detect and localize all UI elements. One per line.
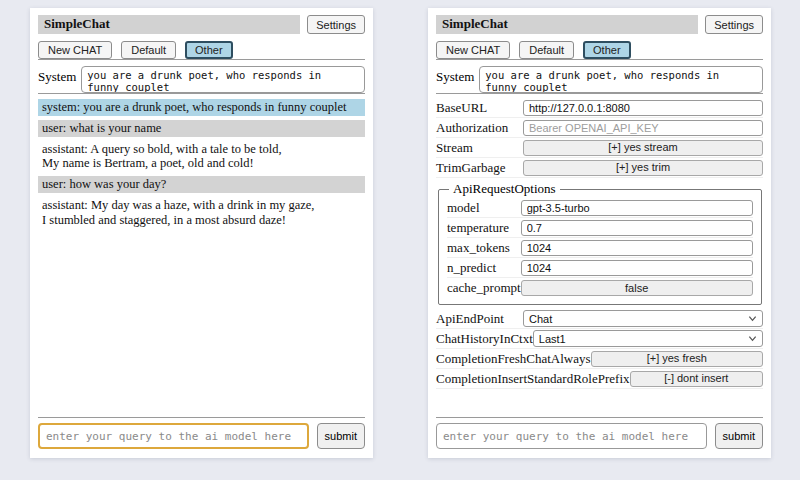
- setting-row-temperature: temperature: [447, 218, 753, 238]
- query-row: submit: [436, 423, 763, 449]
- divider: [38, 59, 365, 60]
- session-button-other[interactable]: Other: [583, 41, 631, 59]
- chevron-down-icon: [748, 334, 757, 343]
- stream-label: Stream: [436, 140, 523, 156]
- setting-row-chat-history-in-ctxt: ChatHistoryInCtxt Last1: [436, 329, 763, 349]
- session-button-default[interactable]: Default: [121, 41, 176, 59]
- app-title: SimpleChat: [436, 15, 698, 34]
- query-input[interactable]: [436, 423, 707, 449]
- setting-row-max-tokens: max_tokens: [447, 238, 753, 258]
- system-prompt-input[interactable]: you are a drunk poet, who responds in fu…: [479, 66, 763, 93]
- stream-toggle-button[interactable]: [+] yes stream: [523, 140, 763, 156]
- setting-row-baseurl: BaseURL: [436, 98, 763, 118]
- chat-log[interactable]: system: you are a drunk poet, who respon…: [38, 99, 365, 417]
- divider: [436, 93, 763, 94]
- system-prompt-row: System you are a drunk poet, who respond…: [436, 66, 763, 93]
- settings-button[interactable]: Settings: [307, 15, 365, 34]
- model-label: model: [447, 200, 521, 216]
- authorization-label: Authorization: [436, 120, 523, 136]
- chat-message-assistant: assistant: A query so bold, with a tale …: [38, 141, 365, 173]
- query-input[interactable]: [38, 423, 309, 449]
- max-tokens-label: max_tokens: [447, 240, 521, 256]
- setting-row-n-predict: n_predict: [447, 258, 753, 278]
- session-button-default[interactable]: Default: [519, 41, 574, 59]
- cache-prompt-toggle-button[interactable]: false: [521, 280, 753, 296]
- divider: [38, 417, 365, 418]
- setting-row-completion-insert-standard-role-prefix: CompletionInsertStandardRolePrefix [-] d…: [436, 369, 763, 389]
- n-predict-input[interactable]: [521, 260, 753, 276]
- header: SimpleChat Settings: [436, 15, 763, 34]
- system-label: System: [38, 66, 76, 85]
- session-buttons-row: New CHAT Default Other: [38, 41, 365, 59]
- cache-prompt-label: cache_prompt: [447, 280, 521, 296]
- setting-row-stream: Stream [+] yes stream: [436, 138, 763, 158]
- divider: [436, 59, 763, 60]
- header: SimpleChat Settings: [38, 15, 365, 34]
- api-endpoint-select[interactable]: Chat: [523, 310, 763, 327]
- divider: [436, 417, 763, 418]
- chat-message-user: user: what is your name: [38, 120, 365, 137]
- trimgarbage-toggle-button[interactable]: [+] yes trim: [523, 160, 763, 176]
- setting-row-trimgarbage: TrimGarbage [+] yes trim: [436, 158, 763, 178]
- api-request-options-fieldset: ApiRequestOptions model temperature max_…: [438, 181, 762, 305]
- setting-row-cache-prompt: cache_prompt false: [447, 278, 753, 298]
- temperature-label: temperature: [447, 220, 521, 236]
- new-chat-button[interactable]: New CHAT: [436, 41, 510, 59]
- baseurl-input[interactable]: [523, 100, 763, 116]
- completion-insert-standard-role-prefix-label: CompletionInsertStandardRolePrefix: [436, 371, 630, 387]
- completion-fresh-chat-always-label: CompletionFreshChatAlways: [436, 351, 591, 367]
- setting-row-completion-fresh-chat-always: CompletionFreshChatAlways [+] yes fresh: [436, 349, 763, 369]
- chat-panel: SimpleChat Settings New CHAT Default Oth…: [30, 8, 373, 458]
- query-row: submit: [38, 423, 365, 449]
- setting-row-api-endpoint: ApiEndPoint Chat: [436, 309, 763, 329]
- system-label: System: [436, 66, 474, 85]
- chat-message-user: user: how was your day?: [38, 176, 365, 193]
- api-endpoint-selected-value: Chat: [529, 313, 748, 325]
- api-request-options-legend: ApiRequestOptions: [449, 181, 560, 197]
- setting-row-authorization: Authorization: [436, 118, 763, 138]
- trimgarbage-label: TrimGarbage: [436, 160, 523, 176]
- chat-history-selected-value: Last1: [539, 333, 748, 345]
- temperature-input[interactable]: [521, 220, 753, 236]
- settings-panel: SimpleChat Settings New CHAT Default Oth…: [428, 8, 771, 458]
- completion-insert-standard-role-prefix-toggle-button[interactable]: [-] dont insert: [630, 371, 763, 387]
- system-prompt-input[interactable]: you are a drunk poet, who responds in fu…: [81, 66, 365, 93]
- new-chat-button[interactable]: New CHAT: [38, 41, 112, 59]
- divider: [38, 93, 365, 94]
- settings-button[interactable]: Settings: [705, 15, 763, 34]
- authorization-input[interactable]: [523, 120, 763, 136]
- session-button-other[interactable]: Other: [185, 41, 233, 59]
- chat-message-system: system: you are a drunk poet, who respon…: [38, 99, 365, 116]
- max-tokens-input[interactable]: [521, 240, 753, 256]
- completion-fresh-chat-always-toggle-button[interactable]: [+] yes fresh: [591, 351, 763, 367]
- setting-row-model: model: [447, 198, 753, 218]
- chat-history-in-ctxt-select[interactable]: Last1: [533, 330, 763, 347]
- chat-message-assistant: assistant: My day was a haze, with a dri…: [38, 197, 365, 229]
- session-buttons-row: New CHAT Default Other: [436, 41, 763, 59]
- n-predict-label: n_predict: [447, 260, 521, 276]
- settings-list: BaseURL Authorization Stream [+] yes str…: [436, 98, 763, 417]
- app-title: SimpleChat: [38, 15, 300, 34]
- api-endpoint-label: ApiEndPoint: [436, 311, 523, 327]
- system-prompt-row: System you are a drunk poet, who respond…: [38, 66, 365, 93]
- chevron-down-icon: [748, 314, 757, 323]
- model-input[interactable]: [521, 200, 753, 216]
- chat-history-in-ctxt-label: ChatHistoryInCtxt: [436, 331, 533, 347]
- baseurl-label: BaseURL: [436, 100, 523, 116]
- submit-button[interactable]: submit: [317, 423, 365, 449]
- submit-button[interactable]: submit: [715, 423, 763, 449]
